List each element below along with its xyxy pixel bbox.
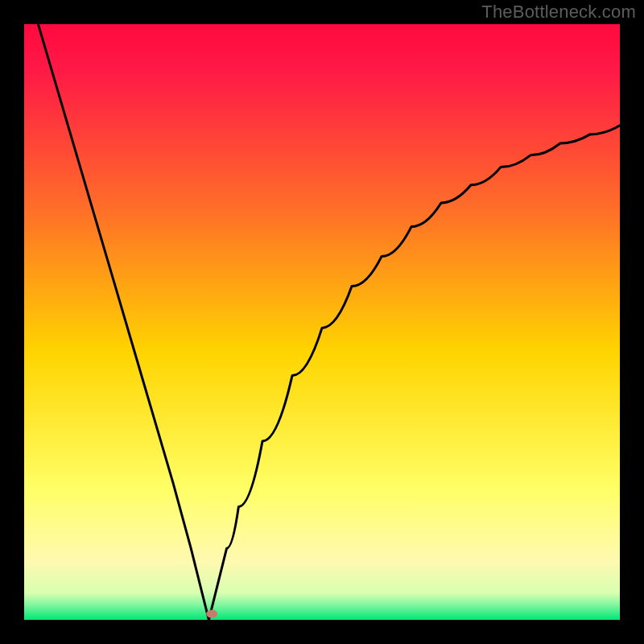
gradient-background [24,24,620,620]
chart-frame: TheBottleneck.com [0,0,644,644]
chart-svg [24,24,620,620]
plot-area [24,24,620,620]
watermark-text: TheBottleneck.com [481,2,636,23]
optimal-point-marker [206,610,217,618]
